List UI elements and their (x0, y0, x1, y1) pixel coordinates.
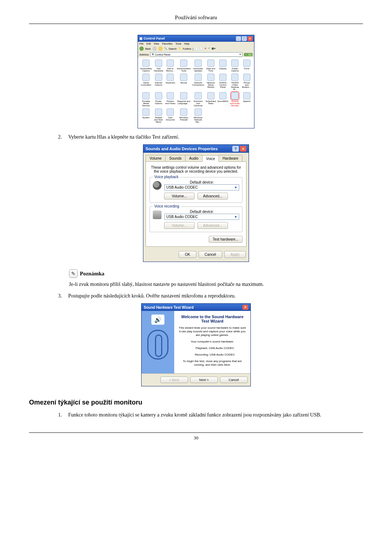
cancel-button[interactable]: Cancel (199, 251, 222, 258)
cp-item-label: Keyboard (165, 82, 175, 84)
cp-item-label: Administrative Tools (177, 67, 191, 72)
cp-item-label: System (140, 116, 152, 119)
control-panel-item[interactable]: Portable Media Devices (140, 92, 152, 107)
cancel-button[interactable]: Cancel (220, 377, 248, 383)
speaker-icon: 🔊 (151, 315, 164, 325)
minimize-button[interactable]: _ (236, 36, 241, 41)
control-panel-item[interactable]: Speech (242, 92, 252, 107)
next-button[interactable]: Next > (190, 377, 218, 383)
control-panel-item[interactable]: Windows Firewall (177, 108, 191, 123)
cp-item-icon (142, 59, 150, 67)
menu-bar[interactable]: File Edit View Favorites Tools Help (138, 42, 254, 46)
shield-icon: ▣ (139, 37, 143, 40)
control-panel-item[interactable]: Printers and Faxes (165, 92, 175, 107)
control-panel-item[interactable]: Sounds and Audio Devices (230, 92, 240, 107)
menu-file[interactable]: File (139, 42, 143, 45)
control-panel-item[interactable]: Folder Options (230, 59, 240, 72)
cp-item-icon (155, 59, 162, 67)
address-field[interactable]: ⚙ Control Panel ▾ (150, 52, 242, 57)
cp-item-label: NVIDIA Control Panel (217, 82, 228, 89)
window-title: Control Panel (144, 37, 165, 40)
move-icon[interactable]: 📄 (195, 47, 198, 50)
close-button[interactable]: × (240, 146, 246, 152)
cp-item-icon (195, 74, 202, 81)
cp-item-icon (207, 92, 215, 99)
tab-audio[interactable]: Audio (185, 155, 203, 161)
control-panel-item[interactable]: Keyboard (165, 74, 175, 91)
cp-item-label: Fonts (242, 67, 252, 70)
control-panel-item[interactable]: Accessibility Options (140, 59, 152, 72)
close-button[interactable]: × (248, 36, 253, 41)
search-label[interactable]: Search (169, 48, 177, 50)
go-button[interactable]: → Go (244, 53, 253, 56)
control-panel-item[interactable]: Regional and Language ... (177, 92, 191, 107)
recording-device-combo[interactable]: USB Audio CODEC ▼ (164, 214, 239, 220)
control-panel-item[interactable]: Network Connections (192, 74, 204, 91)
back-label[interactable]: Back (145, 48, 151, 50)
playback-device-combo[interactable]: USB Audio CODEC ▼ (164, 184, 239, 190)
playback-advanced-button[interactable]: Advanced... (197, 193, 228, 200)
maximize-button[interactable]: □ (242, 36, 247, 41)
cp-item-icon (142, 74, 150, 81)
control-panel-item[interactable]: System (140, 108, 152, 123)
copy-icon[interactable]: 📄 (200, 47, 203, 50)
ok-button[interactable]: OK (179, 251, 196, 258)
control-panel-item[interactable]: Game Controllers (140, 74, 152, 91)
control-panel-item[interactable]: NVIDIA Control Panel (217, 74, 228, 91)
control-panel-item[interactable]: Administrative Tools (177, 59, 191, 72)
menu-edit[interactable]: Edit (146, 42, 151, 45)
folders-label[interactable]: Folders (183, 48, 191, 50)
control-panel-item[interactable]: SoundMAX (217, 92, 228, 107)
control-panel-item[interactable]: User Accounts (165, 108, 175, 123)
control-panel-item[interactable]: NVIDIA nView Desktop M... (230, 74, 240, 91)
tab-sounds[interactable]: Sounds (165, 155, 185, 161)
step-text: Postupujte podle následujících kroků. Ov… (68, 293, 363, 299)
dialog-title: Sounds and Audio Devices Properties (146, 147, 218, 151)
control-panel-item[interactable]: Add Hardware (154, 59, 164, 72)
menu-tools[interactable]: Tools (175, 42, 181, 45)
control-panel-item[interactable]: Windows Network Set... (192, 108, 204, 123)
control-panel-item[interactable]: Phone and Modem ... (242, 74, 252, 91)
wizard-title: Sound Hardware Test Wizard (144, 305, 194, 309)
cp-item-label: Internet Options (154, 82, 164, 86)
back-icon[interactable] (139, 46, 144, 51)
control-panel-item[interactable]: Date and Time (205, 59, 216, 72)
control-panel-item[interactable]: Internet Options (154, 74, 164, 91)
search-icon[interactable]: 🔍 (164, 47, 167, 50)
page-number: 30 (29, 432, 363, 441)
tab-hardware[interactable]: Hardware (219, 155, 242, 161)
control-panel-item[interactable]: Scanners and Cameras (192, 92, 204, 107)
up-icon[interactable] (158, 46, 163, 51)
menu-favorites[interactable]: Favorites (162, 42, 172, 45)
tab-strip: Volume Sounds Audio Voice Hardware (143, 153, 249, 161)
playback-volume-button[interactable]: Volume... (164, 193, 195, 200)
control-panel-item[interactable]: Scheduled Tasks (205, 92, 216, 107)
cp-item-label: Windows Firewall (177, 116, 191, 121)
dropdown-icon[interactable]: ▾ (240, 53, 241, 56)
tab-volume[interactable]: Volume (146, 155, 166, 161)
speaker-icon (153, 181, 162, 190)
cp-item-label: Scanners and Cameras (192, 100, 204, 107)
folders-icon[interactable]: 📁 (178, 47, 181, 50)
forward-icon[interactable] (152, 46, 157, 51)
control-panel-item[interactable]: Display (217, 59, 228, 72)
tab-voice[interactable]: Voice (202, 155, 219, 162)
close-button[interactable]: × (242, 305, 248, 310)
default-device-label: Default device: (164, 180, 239, 184)
menu-view[interactable]: View (154, 42, 159, 45)
control-panel-item[interactable]: Power Options (154, 92, 164, 107)
control-panel-item[interactable]: Automatic Updates (192, 59, 204, 72)
control-panel-item[interactable]: Network Setup Wizard (205, 74, 216, 91)
help-button[interactable]: ? (232, 146, 239, 152)
control-panel-item[interactable]: Mouse (177, 74, 191, 91)
undo-icon[interactable]: ↶ (208, 47, 210, 50)
delete-icon[interactable]: ✕ (204, 47, 207, 50)
menu-help[interactable]: Help (184, 42, 189, 45)
cp-item-icon (180, 92, 187, 99)
control-panel-item[interactable]: Add or Remov... (165, 59, 175, 72)
control-panel-item[interactable]: Fonts (242, 59, 252, 72)
views-icon[interactable]: ▦▾ (212, 47, 216, 50)
sound-hardware-wizard: Sound Hardware Test Wizard × 🔊 Welcome t… (141, 303, 251, 386)
test-hardware-button[interactable]: Test hardware... (209, 236, 242, 243)
control-panel-item[interactable]: Taskbar and Start Menu (154, 108, 164, 123)
